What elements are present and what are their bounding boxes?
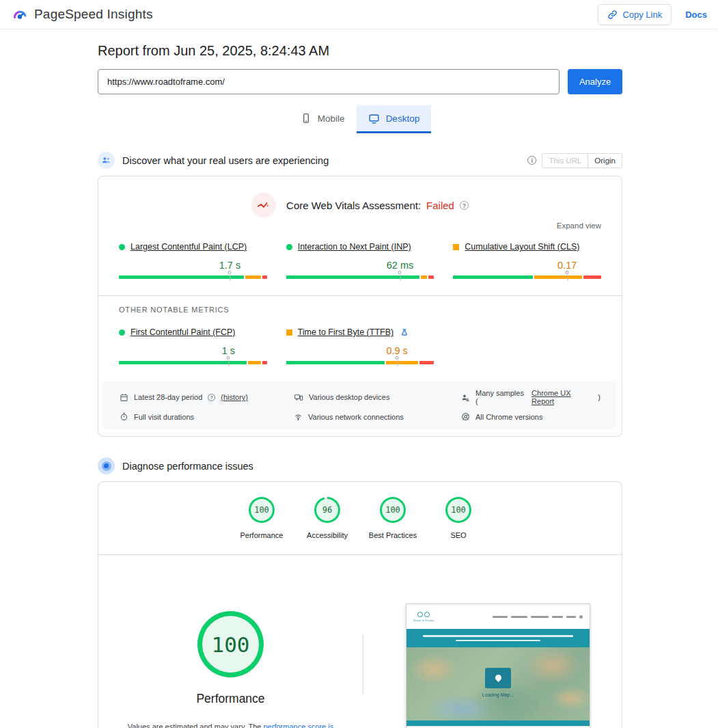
device-tabs: Mobile Desktop bbox=[98, 105, 622, 131]
lcp-distribution-bar bbox=[119, 275, 267, 279]
best-practices-score-label: Best Practices bbox=[369, 531, 417, 539]
score-seo[interactable]: 100 SEO bbox=[433, 497, 484, 539]
expand-view-link[interactable]: Expand view bbox=[557, 221, 601, 230]
meta-chrome-label: All Chrome versions bbox=[475, 413, 542, 421]
metric-inp: Interaction to Next Paint (INP) 62 ms bbox=[286, 242, 434, 279]
experimental-flask-icon bbox=[400, 328, 409, 337]
main-performance-score: 100 bbox=[212, 632, 250, 657]
core-web-vitals-icon bbox=[251, 193, 276, 217]
accessibility-score-label: Accessibility bbox=[307, 531, 348, 539]
fcp-distribution-bar bbox=[119, 361, 267, 364]
score-best-practices[interactable]: 100 Best Practices bbox=[368, 497, 418, 539]
meta-devices-label: Various desktop devices bbox=[309, 393, 389, 401]
info-icon[interactable]: i bbox=[527, 156, 536, 165]
thumbnail-site-name: Road to Frame bbox=[413, 619, 434, 622]
ttfb-label[interactable]: Time to First Byte (TTFB) bbox=[298, 327, 394, 337]
metric-cls: Cumulative Layout Shift (CLS) 0.17 bbox=[453, 242, 601, 279]
ttfb-status-dot bbox=[286, 329, 292, 336]
meta-samples: Many samples (Chrome UX Report) bbox=[461, 389, 600, 405]
lcp-label[interactable]: Largest Contentful Paint (LCP) bbox=[130, 242, 247, 252]
lcp-status-dot bbox=[119, 244, 125, 250]
thumbnail-map: Loading Map... bbox=[406, 647, 590, 720]
lab-data-card: 100 Performance 96 Accessibility 100 Bes… bbox=[98, 481, 622, 728]
ttfb-distribution-bar bbox=[286, 361, 434, 364]
score-accessibility[interactable]: 96 Accessibility bbox=[302, 497, 353, 539]
tab-mobile-label: Mobile bbox=[318, 113, 345, 124]
seo-score: 100 bbox=[451, 505, 466, 515]
history-link[interactable]: (history) bbox=[221, 393, 248, 401]
inp-status-dot bbox=[286, 244, 292, 250]
lab-section-title: Diagnose performance issues bbox=[122, 461, 253, 472]
lcp-value: 1.7 s bbox=[219, 260, 240, 271]
performance-score: 100 bbox=[254, 505, 269, 515]
thumbnail-banner bbox=[406, 629, 590, 647]
performance-score-label: Performance bbox=[240, 531, 284, 539]
bicycle-logo-icon bbox=[417, 612, 430, 617]
desktop-monitor-icon bbox=[368, 113, 380, 124]
inp-label[interactable]: Interaction to Next Paint (INP) bbox=[298, 242, 411, 252]
cls-value: 0.17 bbox=[557, 260, 577, 271]
thumbnail-nav bbox=[493, 615, 583, 619]
mobile-phone-icon bbox=[301, 113, 312, 124]
meta-durations: Full visit durations bbox=[120, 412, 294, 421]
url-origin-toggle: This URL Origin bbox=[542, 153, 622, 168]
period-info-icon[interactable]: ? bbox=[208, 394, 215, 401]
fcp-label[interactable]: First Contentful Paint (FCP) bbox=[130, 327, 236, 337]
seo-gauge: 100 bbox=[445, 497, 471, 523]
origin-toggle[interactable]: Origin bbox=[588, 154, 622, 167]
disclaimer-text: Values are estimated and may vary. The bbox=[128, 723, 264, 728]
score-performance[interactable]: 100 Performance bbox=[236, 497, 287, 539]
other-metrics-label: OTHER NOTABLE METRICS bbox=[119, 306, 601, 314]
accessibility-score: 96 bbox=[322, 505, 332, 515]
inp-distribution-bar bbox=[286, 275, 434, 279]
tab-desktop-label: Desktop bbox=[386, 113, 420, 124]
diagnose-icon bbox=[98, 457, 115, 474]
fcp-value: 1 s bbox=[222, 345, 235, 356]
cls-label[interactable]: Cumulative Layout Shift (CLS) bbox=[465, 242, 579, 252]
inp-value: 62 ms bbox=[387, 260, 414, 271]
cwv-assessment-label: Core Web Vitals Assessment: bbox=[286, 200, 421, 211]
fcp-status-dot bbox=[119, 329, 125, 336]
cls-distribution-bar bbox=[453, 275, 601, 279]
copy-link-button[interactable]: Copy Link bbox=[598, 4, 672, 25]
performance-gauge: 100 bbox=[249, 497, 275, 523]
meta-period: Latest 28-day period ? (history) bbox=[120, 389, 294, 405]
field-data-card: Core Web Vitals Assessment: Failed ? Exp… bbox=[98, 176, 622, 437]
best-practices-gauge: 100 bbox=[380, 497, 406, 523]
meta-devices: Various desktop devices bbox=[294, 389, 461, 405]
main-performance-label: Performance bbox=[196, 692, 264, 706]
final-screenshot-thumbnail[interactable]: Road to Frame Loading Map... × bbox=[406, 604, 590, 728]
real-users-icon bbox=[98, 152, 115, 169]
thumbnail-footer-bar bbox=[406, 720, 590, 726]
main-performance-gauge: 100 bbox=[197, 611, 264, 677]
cwv-assessment-title: Core Web Vitals Assessment: Failed ? bbox=[286, 200, 469, 211]
meta-samples-label: Many samples ( bbox=[475, 389, 526, 405]
link-icon bbox=[607, 10, 618, 20]
map-loading-text: Loading Map... bbox=[482, 692, 514, 697]
metric-lcp: Largest Contentful Paint (LCP) 1.7 s bbox=[119, 242, 267, 279]
meta-network-label: Various network connections bbox=[308, 413, 404, 421]
cls-status-dot bbox=[453, 244, 459, 250]
crux-metadata: Latest 28-day period ? (history) Various… bbox=[103, 381, 617, 429]
tab-mobile[interactable]: Mobile bbox=[289, 105, 357, 131]
chrome-icon bbox=[461, 412, 470, 421]
help-icon[interactable]: ? bbox=[460, 201, 469, 210]
divider bbox=[98, 295, 622, 296]
ttfb-value: 0.9 s bbox=[386, 345, 407, 356]
url-input[interactable] bbox=[98, 69, 560, 94]
field-section-title: Discover what your real users are experi… bbox=[122, 155, 329, 166]
crux-report-link[interactable]: Chrome UX Report bbox=[531, 389, 592, 405]
cwv-assessment-result: Failed bbox=[426, 200, 454, 211]
pagespeed-logo-icon bbox=[11, 5, 29, 23]
analyze-button[interactable]: Analyze bbox=[568, 69, 622, 94]
category-scores: 100 Performance 96 Accessibility 100 Bes… bbox=[98, 497, 622, 539]
meta-period-label: Latest 28-day period bbox=[134, 393, 202, 401]
tab-desktop[interactable]: Desktop bbox=[357, 105, 432, 131]
docs-link[interactable]: Docs bbox=[685, 10, 707, 20]
score-disclaimer: Values are estimated and may vary. The p… bbox=[116, 721, 346, 728]
samples-people-icon bbox=[461, 393, 470, 402]
map-icon bbox=[485, 668, 511, 688]
this-url-toggle[interactable]: This URL bbox=[542, 154, 588, 167]
meta-network: Various network connections bbox=[294, 412, 461, 421]
meta-samples-close: ) bbox=[598, 393, 600, 401]
